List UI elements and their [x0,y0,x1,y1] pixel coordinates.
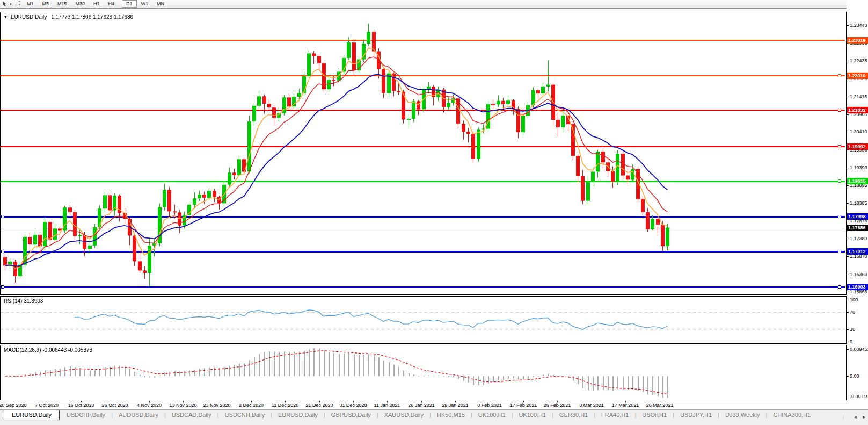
level-price-label: 1.22010 [847,73,868,79]
current-price-label: 1.17686 [847,225,868,231]
cursor-tool-icon[interactable] [2,1,9,7]
date-label: 13 Nov 2020 [169,402,196,408]
timeframe-buttons: M1M5M15M30H1H4D1W1MN [23,1,172,7]
level-price-label: 1.17012 [847,248,868,255]
timeframe-button-h4[interactable]: H4 [104,0,119,8]
date-label: 26 Oct 2020 [101,402,128,408]
date-label: 20 Jan 2021 [408,402,435,408]
level-price-label: 1.21032 [847,107,868,113]
timeframe-button-d1[interactable]: D1 [122,0,137,8]
macd-pane[interactable]: MACD(12,26,9) -0.006443 -0.005373 [0,345,847,400]
timeframe-button-mn[interactable]: MN [152,0,169,8]
chart-tab-dj30-weekly[interactable]: DJ30,Weekly [719,410,766,420]
date-label: 21 Dec 2020 [305,402,333,408]
toolbar-grip[interactable] [19,1,20,7]
macd-scale-tick: 0.009451 [847,347,868,352]
timeframe-button-m30[interactable]: M30 [71,0,90,8]
level-price-label: 1.16003 [847,284,868,290]
tab-scroll-left-icon[interactable]: ◄ [853,415,857,420]
macd-scale-tick: -0.00719 [847,394,868,400]
chart-tab-usoil-h1[interactable]: USOil,H1 [636,410,673,420]
date-label: 7 Oct 2020 [35,402,59,408]
level-price-label: 1.19015 [847,178,868,184]
cursor-dropdown-icon[interactable]: ▼ [9,3,12,6]
price-tick: 1.22435 [847,58,868,64]
chart-tab-eurusd-daily[interactable]: EURUSD,Daily [4,410,60,420]
chart-tab-gbpusd-daily[interactable]: GBPUSD,Daily [325,410,377,420]
tab-scroll-controls: |◄► [843,412,866,422]
price-chart-pane[interactable]: ▼EURUSD,Daily1.17773 1.17806 1.17623 1.1… [0,12,847,295]
macd-label: MACD(12,26,9) -0.006443 -0.005373 [4,347,92,353]
date-label: 26 Mar 2021 [646,402,674,408]
date-label: 29 Jan 2021 [442,402,469,408]
chart-tab-audusd-daily[interactable]: AUDUSD,Daily [113,410,164,420]
rsi-scale-tick: 100 [847,297,868,303]
level-price-label: 1.23019 [847,37,868,44]
chart-title: ▼EURUSD,Daily1.17773 1.17806 1.17623 1.1… [4,14,133,20]
date-label: 28 Sep 2020 [0,402,27,408]
date-label: 8 Mar 2021 [579,402,604,408]
timeframe-button-h1[interactable]: H1 [89,0,104,8]
chart-tab-hk50-m15[interactable]: HK50,M15 [431,410,471,420]
chart-tab-usdcnh-daily[interactable]: USDCNH,Daily [219,410,271,420]
chart-expand-icon[interactable]: ▼ [4,15,8,19]
rsi-scale-tick: 0 [847,339,868,345]
date-label: 11 Dec 2020 [272,402,298,408]
trading-terminal: ▼ M1M5M15M30H1H4D1W1MN ▼EURUSD,Daily1.17… [0,0,868,425]
timeframe-button-w1[interactable]: W1 [137,0,153,8]
rsi-canvas [1,297,845,342]
candlestick-canvas[interactable] [1,12,845,293]
chart-tab-usdcad-daily[interactable]: USDCAD,Daily [166,410,217,420]
price-tick: 1.16360 [847,272,868,278]
chart-tab-uk100-h1[interactable]: UK100,H1 [513,410,552,420]
rsi-label: RSI(14) 31.3903 [4,298,43,304]
date-label: 8 Feb 2021 [477,402,502,408]
price-tick: 1.18385 [847,200,868,206]
date-label: 4 Nov 2020 [137,402,162,408]
date-label: 26 Feb 2021 [544,402,571,408]
date-label: 11 Jan 2021 [374,402,400,408]
tab-scroll-right-icon[interactable]: ► [862,415,866,420]
rsi-pane[interactable]: RSI(14) 31.3903 [0,296,847,344]
timeframe-toolbar: ▼ M1M5M15M30H1H4D1W1MN [0,0,868,9]
price-tick: 1.17380 [847,236,868,242]
tab-separator: | [843,412,844,422]
chart-tab-eurusd-daily[interactable]: EURUSD,Daily [272,410,324,420]
date-label: 23 Nov 2020 [203,402,230,408]
timeframe-button-m5[interactable]: M5 [38,0,53,8]
chart-tab-china300-h1[interactable]: CHINA300,H1 [767,410,816,420]
chart-tab-ger30-h1[interactable]: GER30,H1 [553,410,594,420]
timeframe-button-m15[interactable]: M15 [53,0,71,8]
chart-ohlc: 1.17773 1.17806 1.17623 1.17686 [51,14,133,20]
toolbar-separator [16,1,16,7]
chart-tab-uk100-h1[interactable]: UK100,H1 [472,410,512,420]
timeframe-button-m1[interactable]: M1 [23,0,38,8]
price-tick: 1.21415 [847,94,868,100]
chart-tab-fra40-h1[interactable]: FRA40,H1 [595,410,634,420]
chart-tab-bar: EURUSD,DailyUSDCHF,Daily|AUDUSD,Daily|US… [0,409,868,425]
price-axis[interactable]: 1.234401.229301.224351.219251.214151.209… [847,0,868,425]
chart-tab-usdchf-daily[interactable]: USDCHF,Daily [61,410,111,420]
price-tick: 1.19390 [847,165,868,171]
date-label: 31 Dec 2020 [339,402,367,408]
chart-tab-xauusd-daily[interactable]: XAUUSD,Daily [378,410,429,420]
price-tick: 1.23440 [847,23,868,28]
price-tick: 1.20410 [847,129,868,135]
macd-canvas [1,345,845,399]
date-label: 17 Mar 2021 [612,402,639,408]
level-price-label: 1.19992 [847,143,868,150]
macd-scale-tick: 0.00 [847,373,868,379]
date-label: 17 Feb 2021 [510,402,537,408]
rsi-scale-tick: 30 [847,327,868,333]
date-label: 16 Oct 2020 [68,402,94,408]
date-axis[interactable]: 28 Sep 20207 Oct 202016 Oct 202026 Oct 2… [0,401,847,409]
chart-symbol: EURUSD,Daily [11,14,47,20]
chart-tab-usdjpy-h1[interactable]: USDJPY,H1 [674,410,718,420]
level-price-label: 1.17998 [847,213,868,220]
rsi-scale-tick: 70 [847,309,868,315]
date-label: 2 Dec 2020 [239,402,264,408]
